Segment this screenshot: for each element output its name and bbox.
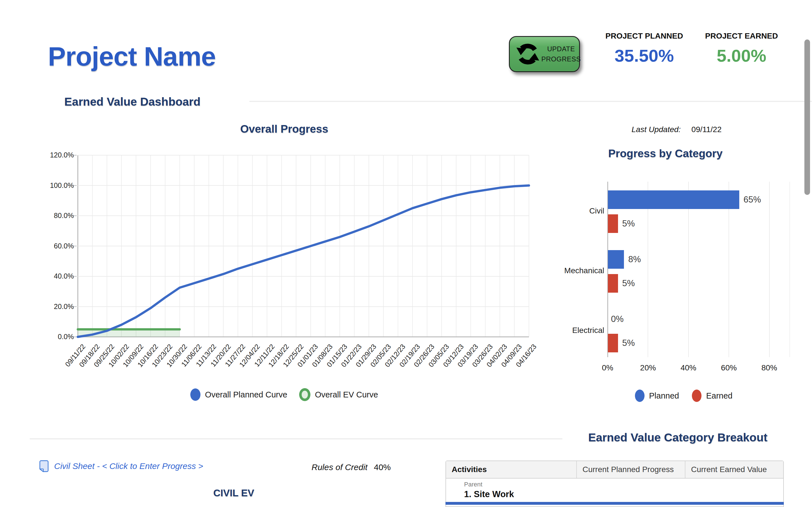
top-divider	[249, 101, 812, 102]
line-chart-legend: Overall Planned Curve Overall EV Curve	[59, 388, 510, 401]
legend-item-earned: Earned	[692, 390, 732, 402]
rules-of-credit-label: Rules of Credit	[312, 462, 367, 472]
update-label-line2: PROGRESS	[541, 54, 581, 64]
update-progress-button[interactable]: UPDATE PROGRESS	[509, 36, 580, 72]
ev-curve-area	[78, 329, 180, 337]
planned-bar	[608, 190, 739, 209]
bar-value-label: 65%	[744, 190, 761, 209]
civil-sheet-link[interactable]: Civil Sheet - < Click to Enter Progress …	[40, 460, 203, 472]
ev-curve-marker-icon	[299, 388, 310, 401]
planned-curve-line	[78, 186, 529, 337]
column-header-earned-value: Current Earned Value	[686, 461, 783, 478]
rules-of-credit-value: 40%	[374, 462, 391, 472]
earned-bar	[608, 334, 618, 352]
civil-sheet-link-text[interactable]: Civil Sheet - < Click to Enter Progress …	[54, 461, 203, 471]
document-icon	[40, 460, 49, 472]
planned-curve-marker-icon	[190, 388, 200, 401]
y-axis-tick-label: 0.0%	[48, 333, 74, 341]
bar-value-label: 8%	[628, 250, 641, 269]
last-updated-label: Last Updated:	[631, 125, 680, 134]
breakout-table-header: Activities Current Planned Progress Curr…	[446, 461, 783, 478]
planned-legend-label: Planned	[649, 391, 679, 400]
update-progress-label: UPDATE PROGRESS	[541, 44, 581, 64]
bar-category-label: Civil	[525, 207, 604, 216]
bar-value-label: 5%	[622, 334, 635, 352]
y-axis-tick-label: 80.0%	[48, 212, 74, 220]
last-updated-value: 09/11/22	[691, 125, 721, 134]
row-activity-name: 1. Site Work	[464, 489, 514, 499]
row-selection-bar	[446, 502, 784, 505]
bar-gridline	[790, 182, 790, 357]
planned-bar	[608, 250, 624, 269]
section-title: Earned Value Dashboard	[64, 95, 200, 108]
legend-item-planned-curve: Overall Planned Curve	[190, 388, 287, 401]
progress-by-category-chart[interactable]: Progress by Category Planned Earned 0%20…	[578, 145, 806, 408]
x-axis-tick-label: 40%	[672, 363, 705, 372]
earned-value-dashboard-page: Project Name UPDATE PROGRESS PROJECT PLA…	[0, 0, 812, 507]
column-header-planned-progress: Current Planned Progress	[577, 461, 686, 478]
update-label-line1: UPDATE	[541, 44, 581, 54]
project-earned-kpi: PROJECT EARNED 5.00%	[691, 32, 792, 66]
legend-item-ev-curve: Overall EV Curve	[299, 388, 378, 401]
x-axis-tick-label: 80%	[753, 363, 786, 372]
x-axis-tick-label: 60%	[712, 363, 746, 372]
x-axis-tick-label: 0%	[591, 363, 624, 372]
bar-category-label: Mechanical	[525, 266, 604, 275]
sync-arrows-icon	[514, 41, 541, 68]
overall-progress-chart[interactable]: Overall Progress Overall Planned Curve O…	[48, 121, 553, 414]
row-parent-tag: Parent	[464, 481, 483, 488]
ev-curve-legend-label: Overall EV Curve	[315, 390, 378, 399]
project-planned-label: PROJECT PLANNED	[594, 32, 695, 41]
bar-value-label: 0%	[611, 310, 624, 328]
line-chart-canvas	[78, 155, 529, 337]
bar-chart-title: Progress by Category	[578, 147, 753, 160]
bar-value-label: 5%	[622, 274, 635, 293]
last-updated: Last Updated:09/11/22	[631, 125, 721, 134]
y-axis-tick-label: 60.0%	[48, 242, 74, 250]
earned-bar	[608, 214, 618, 233]
project-earned-value: 5.00%	[691, 46, 792, 66]
page-title: Project Name	[48, 41, 216, 72]
table-row[interactable]: Parent 1. Site Work	[446, 478, 783, 504]
x-axis-tick-label: 20%	[631, 363, 665, 372]
bottom-divider	[30, 438, 562, 439]
project-planned-kpi: PROJECT PLANNED 35.50%	[594, 32, 695, 66]
planned-curve-legend-label: Overall Planned Curve	[205, 390, 287, 399]
legend-item-planned: Planned	[635, 390, 679, 402]
breakout-title: Earned Value Category Breakout	[565, 431, 791, 444]
bar-category-label: Electrical	[525, 326, 604, 335]
y-axis-tick-label: 120.0%	[48, 151, 74, 159]
y-axis-tick-label: 100.0%	[48, 181, 74, 189]
bar-gridline	[769, 182, 770, 357]
bar-chart-legend: Planned Earned	[599, 390, 768, 402]
breakout-table: Activities Current Planned Progress Curr…	[446, 460, 784, 507]
civil-ev-title: CIVIL EV	[149, 487, 318, 499]
project-planned-value: 35.50%	[594, 46, 695, 66]
earned-legend-label: Earned	[706, 391, 732, 400]
y-axis-tick-label: 40.0%	[48, 272, 74, 280]
project-earned-label: PROJECT EARNED	[691, 32, 792, 41]
vertical-scrollbar-thumb[interactable]	[804, 40, 810, 195]
column-header-activities: Activities	[446, 461, 577, 478]
line-chart-title: Overall Progress	[59, 123, 510, 135]
earned-bar	[608, 274, 618, 293]
earned-marker-icon	[692, 390, 702, 402]
bar-value-label: 5%	[622, 214, 635, 233]
planned-marker-icon	[635, 390, 645, 402]
y-axis-tick-label: 20.0%	[48, 302, 74, 311]
